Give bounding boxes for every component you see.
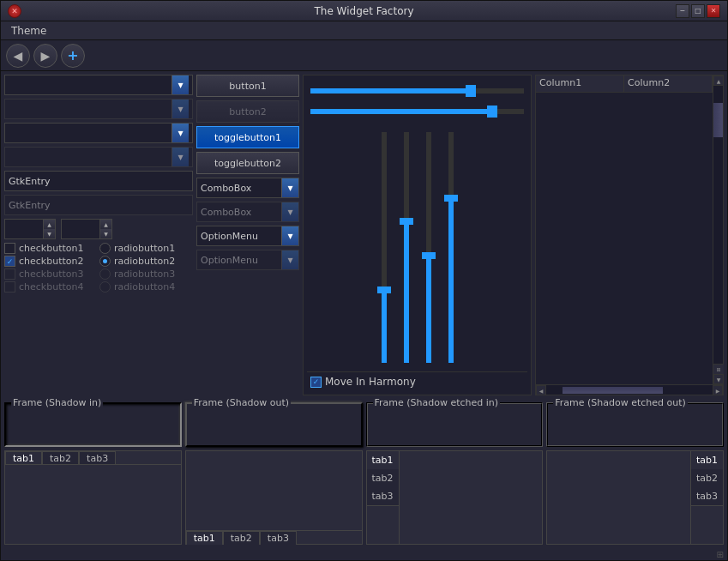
combobox-entry-1-arrow[interactable]: ▼ [171, 75, 189, 94]
gtkentry-1[interactable]: GtkEntry [4, 171, 193, 191]
spinbox-2-up[interactable]: ▲ [99, 220, 111, 229]
vscroll-thumb[interactable] [713, 103, 723, 137]
vslider-3-handle[interactable] [422, 252, 436, 259]
vslider-1-handle[interactable] [377, 287, 391, 293]
vscroll-down-btn[interactable]: ▼ [713, 374, 724, 384]
window-title: The Widget Factory [314, 5, 413, 17]
radiobutton-2-circle[interactable] [99, 256, 111, 267]
combobox-mid-1[interactable]: ComboBox ▼ [196, 178, 299, 198]
hscroll-left-btn[interactable]: ◀ [536, 385, 546, 395]
radiobutton-1[interactable]: radiobutton1 [99, 243, 193, 254]
minimize-button[interactable]: ─ [676, 4, 689, 18]
checkbutton-2-box[interactable]: ✓ [4, 256, 15, 267]
close-btn-right[interactable]: ✕ [707, 4, 720, 18]
menu-theme[interactable]: Theme [4, 23, 53, 39]
gtkentry-1-text: GtkEntry [9, 176, 50, 187]
hslider-2-track[interactable] [310, 109, 524, 114]
notebook-2-tab1[interactable]: tab1 [186, 531, 223, 545]
hscroll-thumb[interactable] [563, 387, 662, 394]
spinbox-1-input[interactable]: 1 [5, 224, 43, 234]
notebook-4-tab3[interactable]: tab3 [691, 487, 723, 506]
notebook-4-tab1[interactable]: tab1 [691, 451, 723, 470]
gtkcombo-1-input[interactable]: GtkCombo [9, 128, 171, 138]
notebook-1-tab1[interactable]: tab1 [5, 451, 42, 465]
vslider-2-fill [404, 225, 409, 363]
toolbar-prev-button[interactable]: ◀ [6, 44, 30, 68]
combobox-entry-1[interactable]: ComboBoxEntry ▼ [4, 75, 193, 95]
vscroll-up-btn[interactable]: ▲ [713, 75, 724, 86]
hscrollbar[interactable]: ◀ ▶ [536, 384, 723, 395]
vslider-3-track[interactable] [426, 132, 431, 363]
notebook-4-tab2[interactable]: tab2 [691, 469, 723, 488]
togglebutton1[interactable]: togglebutton1 [196, 126, 299, 148]
radiobutton-1-circle[interactable] [99, 243, 111, 254]
move-harmony-checkbox[interactable]: ✓ [310, 377, 322, 388]
frame-shadow-out-label: Frame (Shadow out) [192, 397, 291, 408]
notebook-4-tabs: tab1 tab2 tab3 [690, 451, 723, 544]
vslider-2[interactable] [400, 129, 413, 366]
gtkcombo-1[interactable]: GtkCombo ▼ [4, 123, 193, 143]
tree-header: Column1 Column2 [536, 75, 713, 93]
tree-body[interactable] [536, 93, 713, 384]
notebook-2-tab2[interactable]: tab2 [223, 531, 260, 545]
checkbutton-2[interactable]: ✓ checkbutton2 [4, 256, 98, 267]
gtkcombo-1-arrow[interactable]: ▼ [171, 124, 189, 142]
widgets-area: ComboBoxEntry ▼ ComboBoxEntry ▼ GtkCombo… [1, 71, 727, 399]
spinbox-2-input[interactable]: 1 [62, 224, 99, 234]
vslider-1[interactable] [377, 129, 391, 366]
vslider-1-track[interactable] [382, 132, 387, 363]
checkbutton-1[interactable]: checkbutton1 [4, 243, 98, 254]
close-button[interactable]: ✕ [8, 4, 21, 18]
resize-grip[interactable]: ⊞ [717, 550, 724, 559]
combobox-entry-1-input[interactable]: ComboBoxEntry [9, 80, 171, 90]
hslider-1-fill [310, 88, 471, 94]
tree-col2-header[interactable]: Column2 [624, 75, 713, 92]
spinbox-2[interactable]: 1 ▲ ▼ [61, 219, 112, 239]
optionmenu-2-arrow: ▼ [281, 250, 298, 269]
combobox-entry-2-input: ComboBoxEntry [9, 104, 171, 114]
tree-with-scroll: Column1 Column2 ▲ ⊞ ▼ [536, 75, 723, 384]
spinbox-1-up[interactable]: ▲ [43, 220, 55, 229]
spinbox-2-down[interactable]: ▼ [99, 229, 111, 238]
checkbutton-4-box [4, 281, 15, 293]
notebook-3-tab3[interactable]: tab3 [367, 487, 399, 506]
notebook-1-tab3[interactable]: tab3 [79, 451, 116, 465]
vslider-2-handle[interactable] [400, 218, 413, 225]
checkbutton-1-box[interactable] [4, 243, 15, 254]
vscroll-track[interactable] [713, 86, 723, 364]
spinbox-1[interactable]: 1 ▲ ▼ [4, 219, 56, 239]
hscroll-track[interactable] [546, 385, 713, 395]
notebook-2-tab3[interactable]: tab3 [260, 531, 297, 545]
vslider-3[interactable] [422, 129, 436, 366]
tree-col1-header[interactable]: Column1 [536, 75, 624, 92]
notebook-3-tab2[interactable]: tab2 [367, 469, 399, 488]
vslider-2-track[interactable] [404, 132, 409, 363]
button1[interactable]: button1 [196, 75, 299, 97]
frame-shadow-out: Frame (Shadow out) [185, 402, 363, 447]
spinbox-1-down[interactable]: ▼ [43, 229, 55, 238]
vslider-4-track[interactable] [448, 132, 454, 363]
spinboxes-row: 1 ▲ ▼ 1 ▲ ▼ [4, 219, 193, 239]
toolbar-next-button[interactable]: ▶ [33, 44, 57, 68]
notebook-3-tab1[interactable]: tab1 [367, 451, 399, 470]
maximize-button[interactable]: □ [691, 4, 705, 18]
vslider-4[interactable] [444, 129, 458, 366]
sliders-inner: ✓ Move In Harmony [304, 75, 531, 395]
radiobutton-2[interactable]: radiobutton2 [99, 256, 193, 267]
combobox-mid-1-arrow[interactable]: ▼ [281, 178, 298, 197]
hscroll-right-btn[interactable]: ▶ [713, 385, 723, 395]
hslider-1-track[interactable] [310, 88, 524, 94]
hslider-1-handle[interactable] [466, 85, 476, 97]
toolbar-add-button[interactable]: + [61, 44, 85, 68]
main-window: ✕ The Widget Factory ─ □ ✕ Theme ◀ ▶ + C… [0, 0, 728, 561]
notebook-1-tab2[interactable]: tab2 [42, 451, 79, 465]
vslider-4-handle[interactable] [444, 195, 458, 202]
vsliders-area [307, 125, 527, 370]
optionmenu-1[interactable]: OptionMenu ▼ [196, 226, 299, 246]
togglebutton2[interactable]: togglebutton2 [196, 152, 299, 174]
menubar: Theme [1, 21, 727, 40]
optionmenu-1-label: OptionMenu [197, 231, 281, 242]
optionmenu-1-arrow[interactable]: ▼ [281, 226, 298, 245]
vscrollbar[interactable]: ▲ ⊞ ▼ [713, 75, 723, 384]
hslider-2-handle[interactable] [487, 106, 497, 118]
